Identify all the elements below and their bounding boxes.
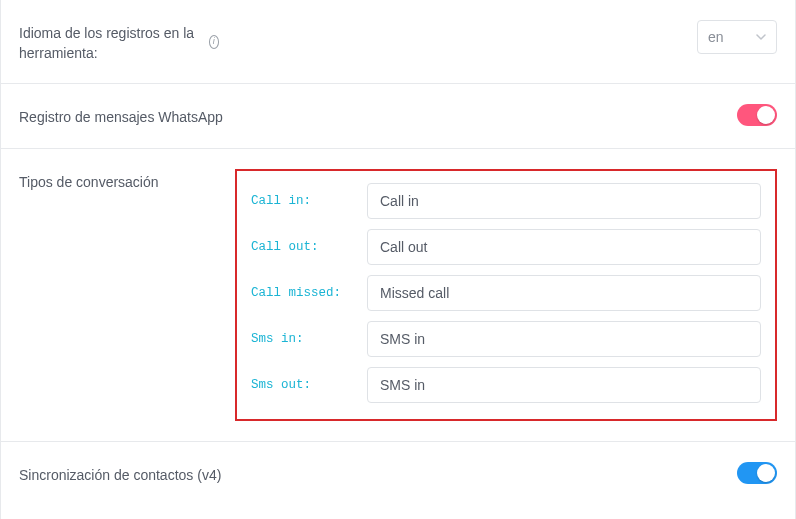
conv-label: Sms out: [251, 378, 351, 392]
conv-label: Call in: [251, 194, 351, 208]
whatsapp-label: Registro de mensajes WhatsApp [19, 108, 223, 128]
conv-item-call-missed: Call missed: [251, 275, 761, 311]
conversation-box: Call in: Call out: Call missed: Sms in: … [235, 169, 777, 421]
conversation-title: Tipos de conversación [19, 173, 159, 193]
language-select[interactable]: en [697, 20, 777, 54]
chevron-down-icon [756, 32, 766, 42]
whatsapp-row: Registro de mensajes WhatsApp [0, 84, 796, 149]
conv-input-call-in[interactable] [367, 183, 761, 219]
info-icon[interactable]: i [209, 35, 219, 49]
conversation-row: Tipos de conversación Call in: Call out:… [0, 149, 796, 442]
conv-input-call-out[interactable] [367, 229, 761, 265]
conv-item-sms-out: Sms out: [251, 367, 761, 403]
sync-label: Sincronización de contactos (v4) [19, 466, 221, 486]
language-row: Idioma de los registros en la herramient… [0, 0, 796, 84]
conv-label: Sms in: [251, 332, 351, 346]
toggle-knob [757, 464, 775, 482]
conv-input-sms-in[interactable] [367, 321, 761, 357]
language-label-wrap: Idioma de los registros en la herramient… [19, 20, 219, 63]
sync-toggle[interactable] [737, 462, 777, 484]
conv-label: Call missed: [251, 286, 351, 300]
whatsapp-toggle[interactable] [737, 104, 777, 126]
conversation-title-wrap: Tipos de conversación [19, 169, 219, 193]
conv-item-sms-in: Sms in: [251, 321, 761, 357]
sync-label-wrap: Sincronización de contactos (v4) [19, 462, 721, 486]
whatsapp-right [737, 104, 777, 126]
language-label: Idioma de los registros en la herramient… [19, 24, 201, 63]
conv-item-call-in: Call in: [251, 183, 761, 219]
sync-row: Sincronización de contactos (v4) Visuali… [0, 442, 796, 519]
conv-input-sms-out[interactable] [367, 367, 761, 403]
conv-label: Call out: [251, 240, 351, 254]
sync-right [737, 462, 777, 484]
conv-item-call-out: Call out: [251, 229, 761, 265]
whatsapp-label-wrap: Registro de mensajes WhatsApp [19, 104, 721, 128]
toggle-knob [757, 106, 775, 124]
conv-input-call-missed[interactable] [367, 275, 761, 311]
language-right: en [235, 20, 777, 54]
language-select-value: en [708, 29, 724, 45]
